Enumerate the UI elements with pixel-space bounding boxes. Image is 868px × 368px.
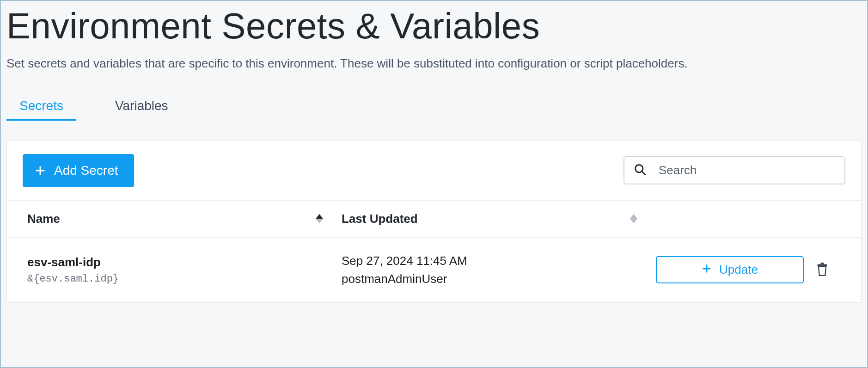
updated-date: Sep 27, 2024 11:45 AM [342, 254, 656, 268]
page-subtitle: Set secrets and variables that are speci… [6, 56, 867, 71]
svg-line-1 [642, 172, 645, 174]
svg-rect-6 [818, 264, 827, 266]
tab-label: Secrets [19, 98, 63, 113]
updated-by: postmanAdminUser [342, 272, 656, 286]
trash-icon [816, 270, 829, 277]
sort-icon [316, 214, 323, 223]
cell-delete [804, 258, 841, 281]
svg-marker-3 [316, 219, 323, 223]
column-header-last-updated-label: Last Updated [342, 212, 418, 226]
secret-placeholder: &{esv.saml.idp} [27, 273, 342, 285]
column-header-name[interactable]: Name [27, 212, 342, 226]
page-container: Environment Secrets & Variables Set secr… [0, 0, 868, 368]
table-header: Name Last Updated [7, 201, 861, 238]
cell-name: esv-saml-idp &{esv.saml.idp} [27, 255, 342, 285]
add-secret-button[interactable]: Add Secret [23, 154, 134, 187]
cell-last-updated: Sep 27, 2024 11:45 AM postmanAdminUser [342, 254, 656, 286]
search-box[interactable] [623, 156, 845, 184]
svg-marker-2 [316, 214, 323, 219]
tab-label: Variables [115, 98, 168, 113]
update-button[interactable]: Update [656, 256, 804, 283]
plus-icon [35, 165, 46, 176]
svg-rect-7 [821, 263, 824, 264]
column-header-last-updated[interactable]: Last Updated [342, 212, 656, 226]
secret-name: esv-saml-idp [27, 255, 342, 270]
sort-icon [630, 214, 637, 223]
tab-secrets[interactable]: Secrets [6, 98, 76, 120]
tab-variables[interactable]: Variables [102, 98, 181, 120]
search-input[interactable] [658, 163, 835, 178]
toolbar: Add Secret [7, 141, 861, 201]
cell-actions: Update [656, 256, 804, 283]
page-title: Environment Secrets & Variables [6, 5, 867, 48]
search-icon [634, 163, 647, 178]
column-header-name-label: Name [27, 212, 60, 226]
delete-button[interactable] [812, 258, 832, 281]
tabs: Secrets Variables [6, 98, 867, 120]
table-row: esv-saml-idp &{esv.saml.idp} Sep 27, 202… [7, 238, 861, 302]
svg-marker-4 [630, 214, 637, 219]
svg-marker-5 [630, 219, 637, 223]
plus-icon [702, 263, 712, 277]
update-label: Update [719, 263, 758, 277]
secrets-card: Add Secret Name Last Updated [6, 141, 862, 303]
add-secret-label: Add Secret [54, 163, 118, 178]
